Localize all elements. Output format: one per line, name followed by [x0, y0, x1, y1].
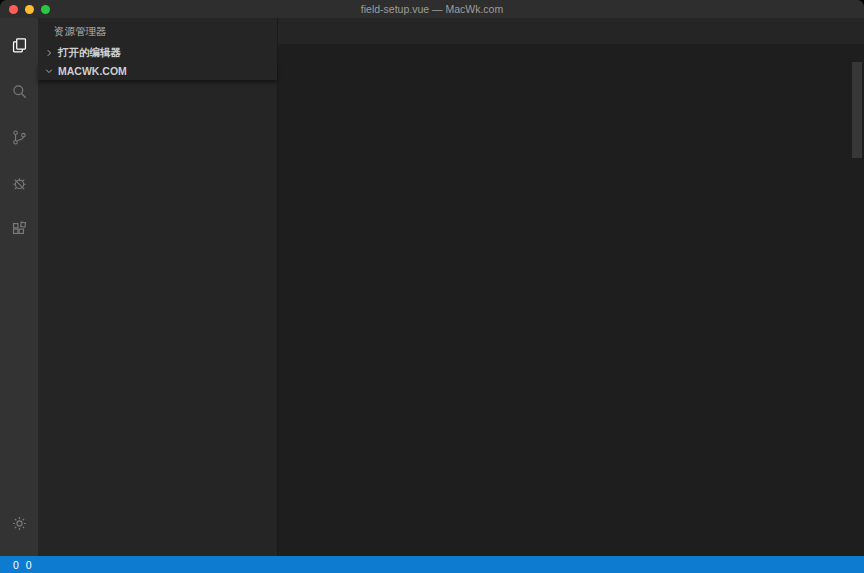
editor-actions	[852, 18, 864, 44]
activity-bar-source-control[interactable]	[0, 114, 38, 160]
scrollbar-thumb[interactable]	[852, 62, 862, 158]
explorer-icon	[10, 36, 29, 55]
explorer-sidebar: 资源管理器 打开的编辑器 MACWK.COM	[38, 18, 278, 556]
vscode-window: field-setup.vue — MacWk.com 资源管理器 打开的编辑器…	[0, 0, 864, 573]
open-editors-section-header[interactable]: 打开的编辑器	[38, 44, 277, 62]
editor-group	[278, 18, 864, 556]
minimize-window-button[interactable]	[25, 5, 34, 14]
activity-bar	[0, 18, 38, 556]
close-window-button[interactable]	[9, 5, 18, 14]
traffic-lights	[9, 5, 50, 14]
breadcrumb	[278, 44, 864, 62]
sidebar-title: 资源管理器	[38, 18, 277, 44]
file-tree	[38, 80, 277, 556]
source-control-icon	[10, 128, 29, 147]
gear-icon	[10, 514, 29, 533]
extensions-icon	[10, 220, 29, 239]
debug-icon	[10, 174, 29, 193]
activity-bar-explorer[interactable]	[0, 22, 38, 68]
title-bar: field-setup.vue — MacWk.com	[0, 0, 864, 18]
chevron-right-icon	[42, 48, 56, 58]
activity-bar-extensions[interactable]	[0, 206, 38, 252]
activity-bar-settings[interactable]	[0, 500, 38, 546]
chevron-down-icon	[42, 66, 56, 76]
code-editor[interactable]	[278, 62, 792, 556]
activity-bar-search[interactable]	[0, 68, 38, 114]
code-region	[278, 62, 864, 556]
tab-bar	[278, 18, 864, 44]
status-bar: 0 0	[0, 556, 864, 573]
main-area: 资源管理器 打开的编辑器 MACWK.COM	[0, 18, 864, 556]
minimap[interactable]	[792, 62, 850, 556]
editor-scrollbar	[850, 62, 864, 556]
activity-bar-debug[interactable]	[0, 160, 38, 206]
problems-warnings[interactable]: 0	[23, 559, 32, 571]
status-left: 0 0	[10, 559, 32, 571]
search-icon	[10, 82, 29, 101]
zoom-window-button[interactable]	[41, 5, 50, 14]
window-title: field-setup.vue — MacWk.com	[361, 3, 503, 15]
problems-errors[interactable]: 0	[10, 559, 19, 571]
workspace-root-header[interactable]: MACWK.COM	[38, 62, 277, 80]
